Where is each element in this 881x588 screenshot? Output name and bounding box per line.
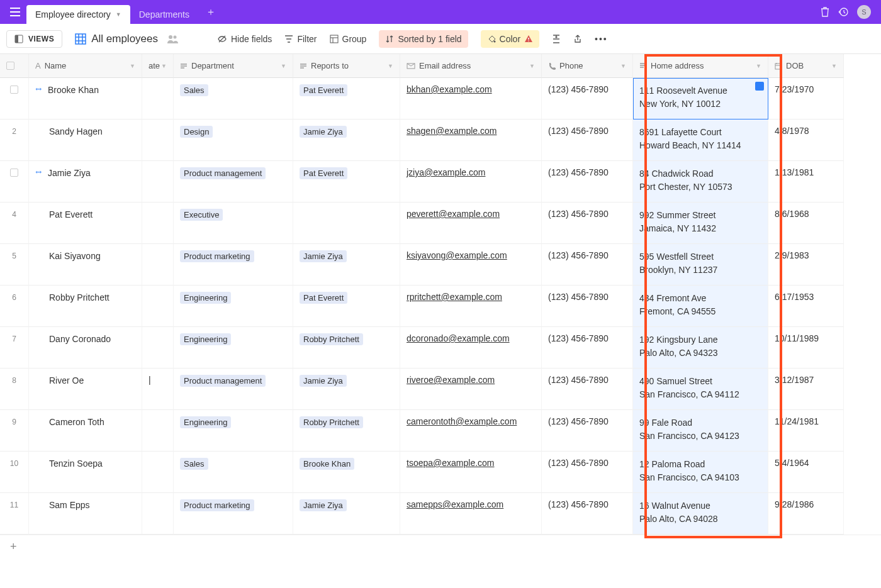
- cell-home-address[interactable]: 490 Samuel StreetSan Francisco, CA 94112: [633, 369, 768, 410]
- cell-reports-to[interactable]: Pat Everett: [293, 78, 400, 119]
- cell-date[interactable]: [142, 161, 174, 202]
- cell-reports-to[interactable]: Pat Everett: [293, 286, 400, 327]
- history-icon[interactable]: [838, 7, 848, 17]
- cell-phone[interactable]: (123) 456-7890: [542, 286, 633, 327]
- expand-icon[interactable]: ⤢: [33, 84, 44, 95]
- cell-date[interactable]: [142, 452, 174, 493]
- cell-email[interactable]: camerontoth@example.com: [400, 410, 542, 452]
- cell-name[interactable]: Dany Coronado: [29, 327, 142, 369]
- cell-name[interactable]: Pat Everett: [29, 202, 142, 244]
- cell-name[interactable]: Sam Epps: [29, 493, 142, 535]
- row-number[interactable]: 8: [0, 369, 29, 410]
- cell-reports-to[interactable]: Jamie Ziya: [293, 493, 400, 535]
- row-number[interactable]: 10: [0, 452, 29, 493]
- cell-phone[interactable]: (123) 456-7890: [542, 78, 633, 119]
- cell-name[interactable]: River Oe: [29, 369, 142, 410]
- cell-date[interactable]: [142, 410, 174, 452]
- cell-dob[interactable]: 8/6/1968: [768, 202, 844, 244]
- cell-email[interactable]: samepps@example.com: [400, 493, 542, 535]
- row-number[interactable]: 9: [0, 410, 29, 452]
- tab-employee-directory[interactable]: Employee directory ▼: [26, 5, 130, 24]
- current-view[interactable]: All employees: [75, 33, 179, 45]
- email-link[interactable]: samepps@example.com: [407, 499, 503, 509]
- cell-department[interactable]: Sales: [174, 452, 293, 493]
- cell-date[interactable]: [142, 119, 174, 161]
- avatar[interactable]: S: [857, 5, 871, 19]
- cell-home-address[interactable]: 111 Roosevelt AvenueNew York, NY 10012: [633, 78, 768, 119]
- cell-email[interactable]: peverett@example.com: [400, 202, 542, 244]
- cell-date[interactable]: [142, 286, 174, 327]
- cell-dob[interactable]: 11/24/1981: [768, 410, 844, 452]
- cell-home-address[interactable]: 992 Summer StreetJamaica, NY 11432: [633, 202, 768, 244]
- cell-email[interactable]: rpritchett@example.com: [400, 286, 542, 327]
- cell-dob[interactable]: 9/28/1986: [768, 493, 844, 535]
- row-height-button[interactable]: [552, 34, 561, 44]
- cell-phone[interactable]: (123) 456-7890: [542, 452, 633, 493]
- cell-department[interactable]: Engineering: [174, 410, 293, 452]
- views-button[interactable]: VIEWS: [6, 30, 62, 48]
- row-number[interactable]: 11: [0, 493, 29, 535]
- cell-phone[interactable]: (123) 456-7890: [542, 161, 633, 202]
- color-button[interactable]: Color: [481, 30, 539, 48]
- cell-date[interactable]: [142, 327, 174, 369]
- email-link[interactable]: dcoronado@example.com: [407, 333, 510, 343]
- cell-email[interactable]: riveroe@example.com: [400, 369, 542, 410]
- cell-phone[interactable]: (123) 456-7890: [542, 119, 633, 161]
- cell-email[interactable]: tsoepa@example.com: [400, 452, 542, 493]
- email-link[interactable]: ksiyavong@example.com: [407, 250, 507, 260]
- cell-department[interactable]: Executive: [174, 202, 293, 244]
- cell-name[interactable]: Sandy Hagen: [29, 119, 142, 161]
- cell-name[interactable]: Kai Siyavong: [29, 244, 142, 286]
- cell-reports-to[interactable]: Brooke Khan: [293, 452, 400, 493]
- email-link[interactable]: bkhan@example.com: [407, 84, 492, 94]
- add-row-button[interactable]: +: [0, 535, 881, 558]
- cell-date[interactable]: [142, 78, 174, 119]
- cell-reports-to[interactable]: Robby Pritchett: [293, 410, 400, 452]
- email-link[interactable]: tsoepa@example.com: [407, 458, 495, 468]
- cell-reports-to[interactable]: Jamie Ziya: [293, 369, 400, 410]
- cell-reports-to[interactable]: Robby Pritchett: [293, 327, 400, 369]
- cell-name[interactable]: ⤢Jamie Ziya: [29, 161, 142, 202]
- cell-phone[interactable]: (123) 456-7890: [542, 369, 633, 410]
- cell-dob[interactable]: 3/12/1987: [768, 369, 844, 410]
- row-number[interactable]: 6: [0, 286, 29, 327]
- row-number[interactable]: 4: [0, 202, 29, 244]
- row-number[interactable]: [0, 78, 29, 119]
- cell-email[interactable]: bkhan@example.com: [400, 78, 542, 119]
- cell-dob[interactable]: 5/4/1964: [768, 452, 844, 493]
- header-date-partial[interactable]: ate ▼: [142, 54, 174, 78]
- cell-home-address[interactable]: 16 Walnut AvenuePalo Alto, CA 94028: [633, 493, 768, 535]
- header-home-address[interactable]: Home address ▼: [633, 54, 768, 78]
- row-number[interactable]: [0, 161, 29, 202]
- header-phone[interactable]: Phone ▼: [542, 54, 633, 78]
- header-email[interactable]: Email address ▼: [400, 54, 542, 78]
- cell-home-address[interactable]: 192 Kingsbury LanePalo Alto, CA 94323: [633, 327, 768, 369]
- hide-fields-button[interactable]: Hide fields: [217, 34, 272, 44]
- cell-department[interactable]: Product management: [174, 161, 293, 202]
- people-icon[interactable]: [167, 34, 179, 44]
- cell-phone[interactable]: (123) 456-7890: [542, 244, 633, 286]
- cell-email[interactable]: ksiyavong@example.com: [400, 244, 542, 286]
- cell-home-address[interactable]: 595 Westfell StreetBrooklyn, NY 11237: [633, 244, 768, 286]
- cell-department[interactable]: Product management: [174, 369, 293, 410]
- cell-dob[interactable]: 6/17/1953: [768, 286, 844, 327]
- trash-icon[interactable]: [821, 7, 829, 17]
- header-name[interactable]: A Name ▼: [29, 54, 142, 78]
- header-reports-to[interactable]: Reports to ▼: [293, 54, 400, 78]
- email-link[interactable]: peverett@example.com: [407, 209, 500, 219]
- cell-email[interactable]: shagen@example.com: [400, 119, 542, 161]
- cell-name[interactable]: ⤢Brooke Khan: [29, 78, 142, 119]
- share-button[interactable]: [573, 35, 582, 43]
- cell-home-address[interactable]: 99 Fale RoadSan Francisco, CA 94123: [633, 410, 768, 452]
- expand-icon[interactable]: ⤢: [33, 167, 44, 178]
- cell-department[interactable]: Design: [174, 119, 293, 161]
- cell-date[interactable]: |: [142, 369, 174, 410]
- cell-department[interactable]: Product marketing: [174, 244, 293, 286]
- cell-reports-to[interactable]: Pat Everett: [293, 161, 400, 202]
- cell-date[interactable]: [142, 493, 174, 535]
- header-department[interactable]: Department ▼: [174, 54, 293, 78]
- cell-phone[interactable]: (123) 456-7890: [542, 202, 633, 244]
- header-dob[interactable]: DOB ▼: [768, 54, 844, 78]
- cell-date[interactable]: [142, 244, 174, 286]
- cell-department[interactable]: Engineering: [174, 286, 293, 327]
